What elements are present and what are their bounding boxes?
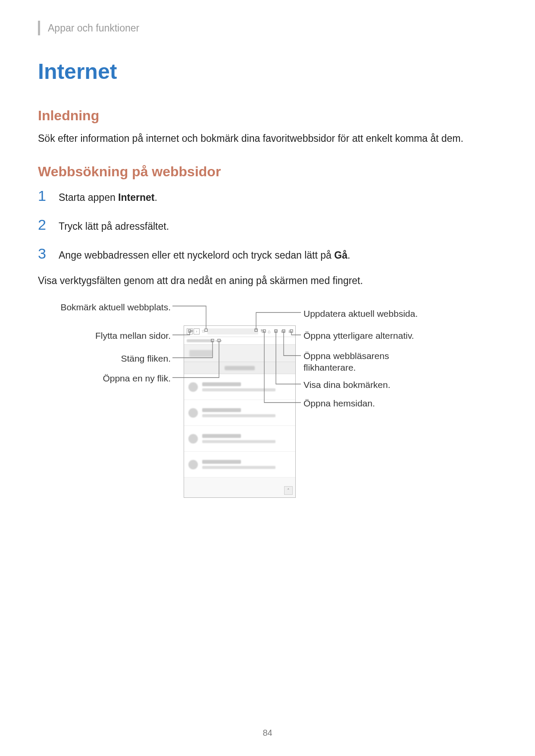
list-item	[184, 426, 295, 452]
callout-tab-manager: Öppna webbläsarens flikhanterare.	[303, 350, 416, 373]
list-item	[184, 452, 295, 478]
step-post: .	[347, 250, 350, 261]
page-title: Internet	[38, 59, 497, 84]
step-pre: Tryck lätt på adressfältet.	[59, 221, 169, 232]
close-tab-icon[interactable]: ×	[215, 339, 217, 343]
section-search-heading: Webbsökning på webbsidor	[38, 164, 497, 180]
callout-move-between-pages: Flytta mellan sidor.	[38, 330, 171, 341]
step-3: 3 Ange webbadressen eller ett nyckelord …	[38, 245, 497, 262]
browser-toolbar: ‹ › ☆ ↻ ⌂ ☆ ▭ ≡	[184, 326, 295, 337]
step-post: .	[154, 192, 157, 203]
star-icon[interactable]: ☆	[200, 328, 206, 334]
refresh-icon[interactable]: ↻	[259, 328, 265, 334]
breadcrumb-text: Appar och funktioner	[48, 22, 139, 34]
phone-mockup: ‹ › ☆ ↻ ⌂ ☆ ▭ ≡ × + ˄	[184, 325, 296, 498]
section-intro-body: Sök efter information på internet och bo…	[38, 131, 497, 146]
page-subheader	[184, 362, 295, 374]
step-list: 1 Starta appen Internet. 2 Tryck lätt på…	[38, 187, 497, 262]
step-bold: Internet	[118, 192, 154, 203]
toolbars-hint: Visa verktygsfälten genom att dra nedåt …	[38, 275, 497, 287]
step-number: 2	[38, 216, 51, 233]
tabs-icon[interactable]: ▭	[280, 328, 286, 334]
callout-refresh-page: Uppdatera aktuell webbsida.	[303, 308, 418, 319]
step-pre: Starta appen	[59, 192, 118, 203]
back-button[interactable]: ‹	[187, 328, 193, 334]
browser-diagram: Bokmärk aktuell webbplats. Flytta mellan…	[38, 300, 497, 524]
step-1: 1 Starta appen Internet.	[38, 187, 497, 204]
scroll-up-button[interactable]: ˄	[284, 486, 293, 495]
page-header	[184, 345, 295, 362]
step-bold: Gå	[334, 250, 347, 261]
forward-button[interactable]: ›	[194, 328, 200, 334]
step-pre: Ange webbadressen eller ett nyckelord oc…	[59, 250, 334, 261]
callout-open-homepage: Öppna hemsidan.	[303, 398, 375, 409]
step-text: Starta appen Internet.	[59, 192, 157, 203]
list-item	[184, 400, 295, 426]
step-2: 2 Tryck lätt på adressfältet.	[38, 216, 497, 233]
callout-open-new-tab: Öppna en ny flik.	[38, 373, 171, 384]
menu-icon[interactable]: ≡	[287, 328, 293, 334]
callout-bookmark-current: Bokmärk aktuell webbplats.	[38, 302, 171, 313]
step-number: 3	[38, 245, 51, 262]
breadcrumb: Appar och funktioner	[38, 21, 497, 35]
step-number: 1	[38, 187, 51, 204]
tab-row: × +	[184, 337, 295, 345]
tab-label	[187, 339, 213, 342]
callout-more-options: Öppna ytterligare alternativ.	[303, 330, 414, 341]
page-number: 84	[0, 728, 535, 738]
home-icon[interactable]: ⌂	[266, 328, 272, 334]
new-tab-icon[interactable]: +	[220, 339, 222, 343]
bookmarks-icon[interactable]: ☆	[273, 328, 279, 334]
step-text: Ange webbadressen eller ett nyckelord oc…	[59, 250, 350, 261]
callout-close-tab: Stäng fliken.	[38, 353, 171, 364]
breadcrumb-divider	[38, 21, 40, 35]
step-text: Tryck lätt på adressfältet.	[59, 221, 169, 232]
callout-show-bookmarks: Visa dina bokmärken.	[303, 379, 391, 390]
list-item	[184, 374, 295, 400]
address-bar[interactable]	[207, 328, 258, 334]
section-intro-heading: Inledning	[38, 108, 497, 124]
